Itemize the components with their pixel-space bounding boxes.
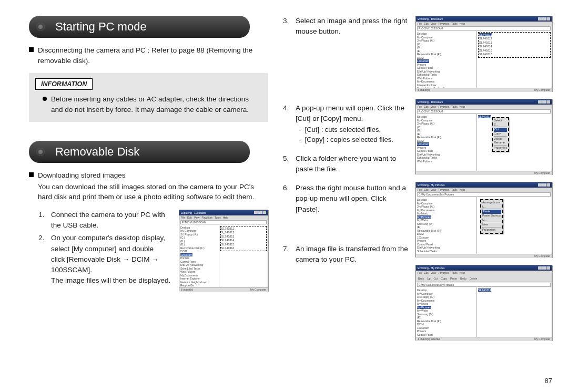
square-bullet-icon (29, 47, 34, 52)
bullet-disconnect: Disconnecting the camera and PC : Refer … (29, 45, 268, 66)
screenshot-explorer-files: Exploring - 100sscam FileEditViewFavorit… (179, 210, 268, 291)
download-heading: Downloading stored images (38, 170, 268, 181)
screenshot-step3: Exploring - 100sscam FileEditViewFavorit… (415, 16, 552, 91)
square-bullet-icon (29, 172, 34, 177)
information-box: INFORMATION Before inserting any cables … (29, 73, 268, 122)
information-text: Before inserting any cables or AC adapte… (51, 94, 260, 115)
screenshot-step7: Exploring - My Pictures FileEditViewFavo… (415, 265, 552, 341)
information-item: Before inserting any cables or AC adapte… (29, 94, 268, 115)
screenshot-step6: Exploring - My Pictures FileEditViewFavo… (415, 182, 552, 257)
step-6: 6.Press the right mouse button and a pop… (283, 183, 409, 235)
information-label: INFORMATION (35, 78, 93, 90)
step-3: 3.Select an image and press the right mo… (283, 16, 409, 95)
circle-bullet-icon (43, 97, 47, 101)
page-number: 87 (545, 377, 552, 385)
section-heading-removable-disk: Removable Disk (29, 141, 250, 163)
steps-1-2: Connect the camera to your PC with the U… (38, 210, 171, 286)
steps-3-7: 3.Select an image and press the right mo… (283, 16, 409, 265)
bullet-download: Downloading stored images You can downlo… (29, 170, 268, 202)
step-5: 5.Click a folder where you want to paste… (283, 153, 409, 175)
screenshot-step4: Exploring - 100sscam FileEditViewFavorit… (415, 99, 552, 174)
step-4: 4. A pop-up menu will open. Click the [C… (283, 103, 409, 145)
step-2: On your computer's desktop display, sele… (38, 233, 171, 286)
section-heading-pc-mode: Starting PC mode (29, 16, 250, 38)
step-1: Connect the camera to your PC with the U… (38, 210, 171, 231)
bullet-text: Disconnecting the camera and PC : Refer … (38, 45, 268, 66)
step-7: 7.An image file is transferred from the … (283, 244, 409, 265)
download-intro: You can download the still images stored… (38, 182, 268, 202)
